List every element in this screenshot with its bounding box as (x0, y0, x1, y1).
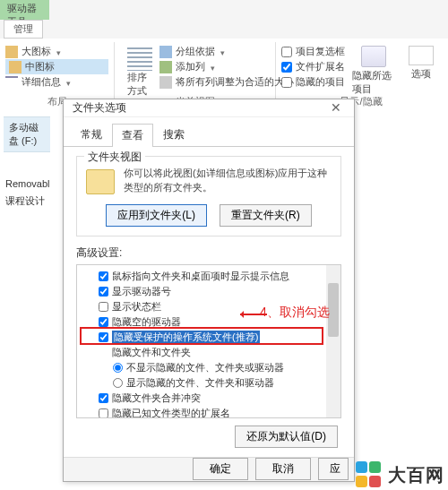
brand-watermark: 大百网 (356, 461, 444, 488)
folder-view-title: 文件夹视图 (84, 150, 145, 165)
tab-general[interactable]: 常规 (71, 123, 112, 146)
adv-item[interactable]: 鼠标指向文件夹和桌面项时显示提示信息 (82, 269, 335, 284)
chevron-down-icon (55, 47, 61, 57)
scrollbar-thumb[interactable] (328, 283, 339, 337)
tab-search[interactable]: 搜索 (153, 123, 194, 146)
tree-removable[interactable]: Removable Dis (4, 176, 50, 192)
checkbox[interactable] (99, 317, 108, 327)
brand-text: 大百网 (388, 463, 444, 487)
file-extensions[interactable]: 文件扩展名 (281, 59, 345, 74)
checkbox[interactable] (99, 393, 108, 403)
checkbox[interactable] (99, 287, 108, 297)
adv-item[interactable]: 隐藏受保护的操作系统文件(推荐) (82, 330, 335, 345)
drive-header[interactable]: 多动磁盘 (F:) (4, 116, 50, 152)
layout-big-icon[interactable]: 大图标 (5, 44, 108, 59)
advanced-settings-list[interactable]: 鼠标指向文件夹和桌面项时显示提示信息显示驱动器号显示状态栏隐藏空的驱动器隐藏受保… (76, 264, 341, 418)
left-panel: 多动磁盘 (F:) Removable Dis 课程设计 (0, 93, 54, 214)
apply-to-folders-button[interactable]: 应用到文件夹(L) (106, 204, 207, 227)
tools-title: 驱动器工具 (0, 0, 49, 20)
dialog-title: 文件夹选项 (73, 100, 126, 116)
manage-tab[interactable]: 管理 (4, 20, 43, 39)
tree-course[interactable]: 课程设计 (4, 192, 50, 211)
folder-options-dialog: 文件夹选项 ✕ 常规 查看 搜索 文件夹视图 你可以将此视图(如详细信息或图标)… (63, 99, 355, 482)
hidden-items[interactable]: 隐藏的项目 (281, 74, 345, 90)
adv-item[interactable]: 不显示隐藏的文件、文件夹或驱动器 (82, 360, 335, 375)
advanced-label: 高级设置: (76, 245, 341, 261)
radio[interactable] (113, 378, 123, 388)
dialog-footer: 确定 取消 应 (64, 457, 354, 481)
ok-button[interactable]: 确定 (193, 458, 248, 480)
adv-item[interactable]: 隐藏已知文件类型的扩展名 (82, 406, 335, 418)
radio[interactable] (113, 363, 123, 373)
checkbox[interactable] (99, 332, 108, 342)
chevron-down-icon (65, 77, 71, 88)
ribbon: 驱动器工具 管理 大图标 中图标 详细信息 布局 排序方式 分组依据 添加列 将… (0, 0, 448, 93)
folder-icon (86, 169, 115, 194)
dialog-tabs: 常规 查看 搜索 (64, 117, 354, 147)
reset-folders-button[interactable]: 重置文件夹(R) (220, 204, 312, 227)
checkbox[interactable] (99, 302, 108, 312)
folder-view-desc: 你可以将此视图(如详细信息或图标)应用于这种类型的所有文件夹。 (124, 166, 332, 195)
adv-item[interactable]: 显示隐藏的文件、文件夹和驱动器 (82, 375, 335, 391)
checkbox[interactable] (99, 408, 108, 418)
tools-label: 驱动器工具 (7, 2, 42, 18)
checkbox[interactable] (99, 271, 108, 281)
group-by[interactable]: 分组依据 (159, 44, 294, 59)
hide-icon (361, 46, 386, 67)
adv-item[interactable]: 显示驱动器号 (82, 284, 335, 299)
adv-item[interactable]: 隐藏文件夹合并冲突 (82, 391, 335, 406)
adv-item[interactable]: 隐藏文件和文件夹 (82, 345, 335, 360)
restore-defaults-button[interactable]: 还原为默认值(D) (235, 426, 338, 448)
folder-view-group: 文件夹视图 你可以将此视图(如详细信息或图标)应用于这种类型的所有文件夹。 应用… (76, 156, 341, 236)
layout-detail[interactable]: 详细信息 (5, 74, 108, 90)
apply-button[interactable]: 应 (318, 458, 349, 480)
annotation-text: 4、取消勾选 (260, 305, 330, 321)
brand-logo-icon (356, 461, 383, 488)
options-icon (409, 46, 434, 65)
chevron-down-icon (219, 47, 225, 57)
tab-view[interactable]: 查看 (112, 124, 153, 147)
chevron-down-icon (209, 62, 215, 73)
close-icon[interactable]: ✕ (327, 100, 345, 115)
fit-columns[interactable]: 将所有列调整为合适的大小 (159, 74, 294, 90)
add-column[interactable]: 添加列 (159, 59, 294, 74)
layout-mid-icon[interactable]: 中图标 (5, 59, 108, 74)
item-checkboxes[interactable]: 项目复选框 (281, 44, 345, 59)
cancel-button[interactable]: 取消 (255, 458, 311, 480)
